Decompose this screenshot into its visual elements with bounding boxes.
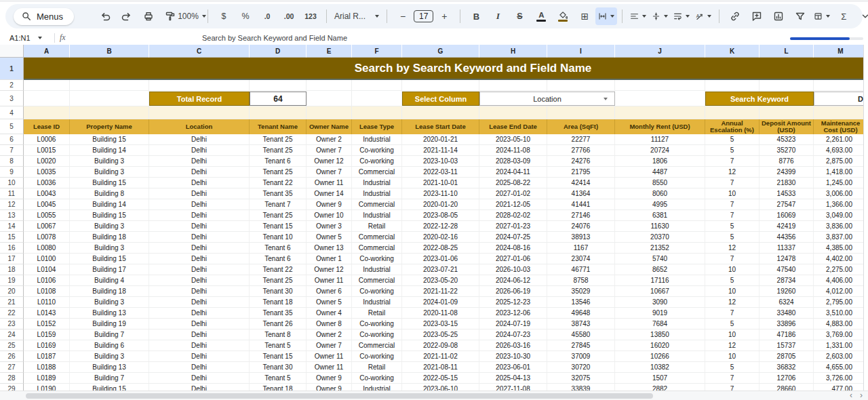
- cell-monthly-rent[interactable]: 20370: [615, 232, 705, 242]
- cell-owner-name[interactable]: Owner 7: [307, 167, 352, 177]
- cell-owner-name[interactable]: Owner 11: [307, 351, 352, 361]
- cell-lease-end-date[interactable]: 2024-11-08: [479, 145, 547, 155]
- cell-lease-id[interactable]: L0020: [24, 156, 70, 166]
- cell-owner-name[interactable]: Owner 12: [307, 264, 352, 275]
- cell-property-name[interactable]: Building 14: [70, 199, 149, 209]
- cell-annual-escalation[interactable]: 7: [705, 178, 760, 188]
- bold-button[interactable]: B: [465, 7, 487, 25]
- cell-lease-id[interactable]: L0106: [24, 275, 70, 285]
- cell-lease-end-date[interactable]: 2023-05-10: [479, 134, 547, 144]
- grid-corner-select-all[interactable]: [0, 45, 24, 58]
- cell-location[interactable]: Delhi: [149, 188, 250, 199]
- cell-annual-escalation[interactable]: 5: [705, 134, 760, 144]
- table-column-header[interactable]: Property Name: [70, 119, 149, 134]
- print-button[interactable]: [138, 7, 159, 25]
- cell-maintenance-cost[interactable]: 3,726.00: [814, 373, 868, 383]
- column-header[interactable]: A: [24, 45, 70, 58]
- cell-location[interactable]: Delhi: [149, 145, 250, 155]
- cell-maintenance-cost[interactable]: 2,875.00: [814, 156, 868, 166]
- cell-property-name[interactable]: Building 15: [70, 210, 149, 220]
- cell-tenant-name[interactable]: Tenant 25: [250, 134, 307, 144]
- table-column-header[interactable]: Lease Start Date: [402, 119, 479, 134]
- cell-deposit-amount[interactable]: 47540: [760, 264, 814, 275]
- cell-area-sqft[interactable]: 27845: [547, 340, 615, 351]
- cell-lease-start-date[interactable]: 2023-03-15: [402, 319, 479, 329]
- table-column-header[interactable]: Maintenance Cost (USD): [814, 119, 868, 134]
- row-header[interactable]: 28: [0, 373, 24, 384]
- cell-lease-start-date[interactable]: 2023-08-05: [402, 210, 479, 220]
- cell-lease-type[interactable]: Co-working: [352, 319, 402, 329]
- row-header[interactable]: 22: [0, 308, 24, 319]
- font-size-input[interactable]: 17: [414, 10, 433, 22]
- cell[interactable]: [70, 80, 149, 90]
- cell[interactable]: [760, 80, 814, 90]
- cell-lease-start-date[interactable]: 2023-05-20: [402, 275, 479, 285]
- cell-lease-end-date[interactable]: 2024-07-25: [479, 232, 547, 242]
- cell-lease-start-date[interactable]: 2021-11-22: [402, 286, 479, 296]
- cell-monthly-rent[interactable]: 3090: [615, 297, 705, 307]
- table-column-header[interactable]: Lease End Date: [479, 119, 547, 134]
- cell-lease-end-date[interactable]: 2027-01-06: [479, 254, 547, 264]
- cell-lease-start-date[interactable]: 2023-05-25: [402, 329, 479, 340]
- cell-property-name[interactable]: Building 15: [70, 178, 149, 188]
- cell-owner-name[interactable]: Owner 3: [307, 221, 352, 231]
- cell-lease-end-date[interactable]: 2025-12-23: [479, 297, 547, 307]
- cell-lease-end-date[interactable]: 2027-01-02: [479, 188, 547, 199]
- cell-lease-id[interactable]: L0036: [24, 178, 70, 188]
- cell-deposit-amount[interactable]: 27547: [760, 199, 814, 209]
- cell-deposit-amount[interactable]: 8776: [760, 156, 814, 166]
- cell-lease-id[interactable]: L0015: [24, 145, 70, 155]
- cell-lease-start-date[interactable]: 2022-03-11: [402, 167, 479, 177]
- cell-tenant-name[interactable]: Tenant 25: [250, 275, 307, 285]
- cell-property-name[interactable]: Building 17: [70, 264, 149, 275]
- borders-button[interactable]: ⊞: [574, 7, 595, 25]
- cell-owner-name[interactable]: Owner 2: [307, 134, 352, 144]
- cell-lease-type[interactable]: Co-working: [352, 351, 402, 361]
- select-column-dropdown[interactable]: Location: [479, 92, 615, 106]
- cell-area-sqft[interactable]: 49648: [547, 308, 615, 318]
- row-header[interactable]: 13: [0, 210, 24, 221]
- cell-monthly-rent[interactable]: 4995: [615, 199, 705, 209]
- cell-lease-type[interactable]: Commercial: [352, 340, 402, 351]
- cell-tenant-name[interactable]: Tenant 25: [250, 167, 307, 177]
- functions-button[interactable]: Σ: [833, 7, 854, 25]
- format-currency-button[interactable]: $: [213, 7, 235, 25]
- table-column-header[interactable]: Location: [149, 119, 250, 134]
- redo-button[interactable]: [116, 7, 138, 25]
- cell-deposit-amount[interactable]: 14533: [760, 188, 814, 199]
- cell-lease-id[interactable]: L0152: [24, 319, 70, 329]
- cell-maintenance-cost[interactable]: 3,769.00: [814, 329, 868, 340]
- cell-area-sqft[interactable]: 35029: [547, 286, 615, 296]
- cell-property-name[interactable]: Building 3: [70, 156, 149, 166]
- strikethrough-button[interactable]: S: [509, 7, 530, 25]
- cell-annual-escalation[interactable]: 5: [705, 145, 760, 155]
- row-header[interactable]: 21: [0, 297, 24, 308]
- cell[interactable]: [70, 91, 149, 106]
- cell-lease-id[interactable]: L0169: [24, 340, 70, 351]
- cell-lease-start-date[interactable]: 2023-07-21: [402, 264, 479, 275]
- insert-comment-button[interactable]: [746, 7, 768, 25]
- cell-annual-escalation[interactable]: 5: [705, 319, 760, 329]
- cell-monthly-rent[interactable]: 21352: [615, 243, 705, 253]
- cell[interactable]: [479, 80, 547, 90]
- cell-deposit-amount[interactable]: 15737: [760, 340, 814, 351]
- column-header[interactable]: H: [479, 45, 547, 58]
- cell-owner-name[interactable]: Owner 4: [307, 308, 352, 318]
- cell-annual-escalation[interactable]: 12: [705, 243, 760, 253]
- cell-owner-name[interactable]: Owner 13: [307, 243, 352, 253]
- cell-maintenance-cost[interactable]: 3,836.00: [814, 221, 868, 231]
- cell-area-sqft[interactable]: 23074: [547, 254, 615, 264]
- cell-owner-name[interactable]: Owner 1: [307, 254, 352, 264]
- column-header[interactable]: K: [705, 45, 760, 58]
- cell-property-name[interactable]: Building 13: [70, 362, 149, 372]
- cell-maintenance-cost[interactable]: 4,693.00: [814, 145, 868, 155]
- cell-property-name[interactable]: Building 4: [70, 275, 149, 285]
- cell-property-name[interactable]: Building 3: [70, 351, 149, 361]
- cell-monthly-rent[interactable]: 6381: [615, 210, 705, 220]
- cell-tenant-name[interactable]: Tenant 8: [250, 329, 307, 340]
- table-column-header[interactable]: Annual Escalation (%): [705, 119, 760, 134]
- cell-tenant-name[interactable]: Tenant 5: [250, 373, 307, 383]
- cell-lease-end-date[interactable]: 2024-07-23: [479, 329, 547, 340]
- cell-lease-id[interactable]: L0108: [24, 286, 70, 296]
- cell-lease-end-date[interactable]: 2026-10-03: [479, 264, 547, 275]
